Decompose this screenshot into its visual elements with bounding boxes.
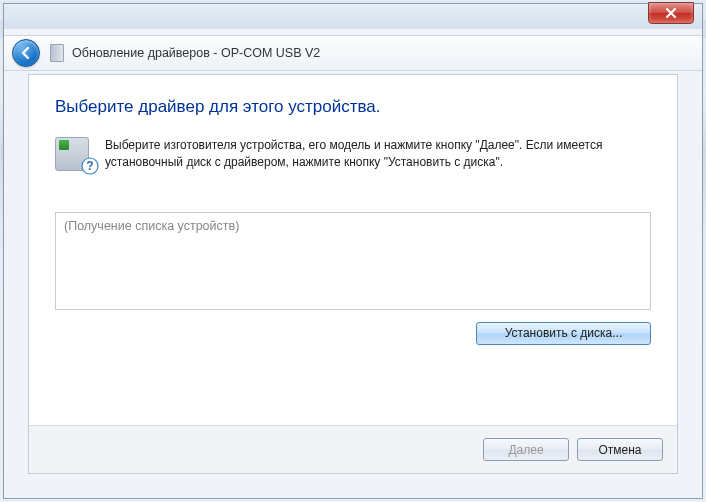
- device-list: (Получение списка устройств): [55, 212, 651, 310]
- window-title: Обновление драйверов - OP-COM USB V2: [72, 46, 320, 60]
- close-icon: [665, 7, 677, 19]
- device-title-icon: [50, 44, 64, 62]
- next-button[interactable]: Далее: [483, 438, 569, 461]
- install-from-disk-button[interactable]: Установить с диска...: [476, 322, 651, 345]
- device-list-placeholder: (Получение списка устройств): [64, 219, 239, 233]
- close-button[interactable]: [648, 2, 694, 24]
- help-overlay-icon: ?: [81, 157, 99, 175]
- next-label: Далее: [508, 443, 543, 457]
- install-from-disk-label: Установить с диска...: [505, 326, 623, 340]
- cancel-label: Отмена: [598, 443, 641, 457]
- device-icon: ?: [55, 137, 95, 171]
- header-bar: Обновление драйверов - OP-COM USB V2: [4, 35, 702, 71]
- back-arrow-icon: [18, 45, 34, 61]
- cancel-button[interactable]: Отмена: [577, 438, 663, 461]
- back-button[interactable]: [12, 39, 40, 67]
- content-panel: Выберите драйвер для этого устройства. ?…: [28, 74, 678, 474]
- svg-text:?: ?: [86, 159, 93, 173]
- page-heading: Выберите драйвер для этого устройства.: [55, 97, 651, 117]
- instruction-text: Выберите изготовителя устройства, его мо…: [105, 137, 651, 172]
- wizard-window: Обновление драйверов - OP-COM USB V2 Выб…: [3, 3, 703, 499]
- footer: Далее Отмена: [29, 425, 677, 473]
- instruction-row: ? Выберите изготовителя устройства, его …: [55, 137, 651, 172]
